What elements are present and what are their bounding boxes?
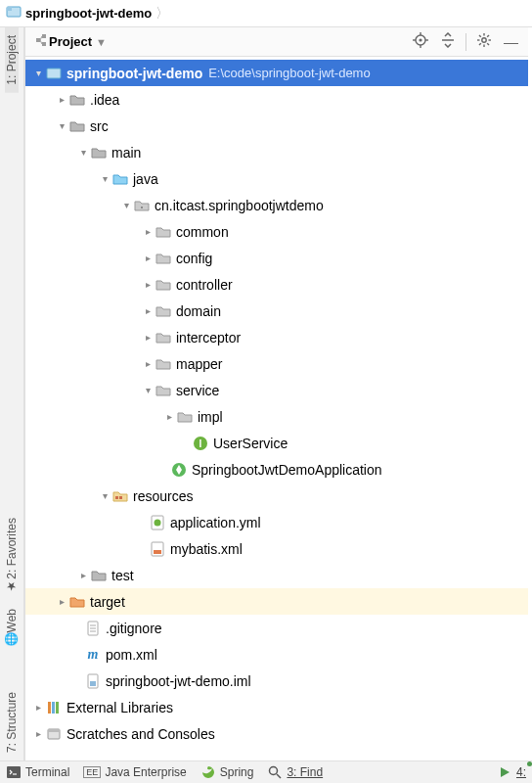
project-view-selector[interactable]: Project ▼	[33, 32, 107, 51]
tree-node-src[interactable]: ▾ src	[25, 113, 528, 139]
tree-node-config[interactable]: ▸ config	[25, 245, 528, 271]
tree-node-resources[interactable]: ▾ resources	[25, 483, 528, 509]
svg-rect-42	[52, 702, 55, 714]
expand-arrow-icon[interactable]: ▾	[31, 68, 45, 78]
tree-node-test[interactable]: ▸ test	[25, 562, 528, 588]
svg-line-20	[487, 43, 489, 45]
expand-arrow-icon[interactable]: ▾	[98, 490, 111, 501]
expand-arrow-icon[interactable]: ▸	[141, 253, 155, 263]
bottom-tool-bar: Terminal EE Java Enterprise Spring 3: Fi…	[0, 760, 532, 783]
bottom-run[interactable]: 4:	[497, 764, 526, 780]
package-icon	[155, 302, 172, 320]
tree-node-external-libs[interactable]: ▸ External Libraries	[25, 694, 528, 720]
expand-arrow-icon[interactable]: ▸	[31, 702, 45, 713]
expand-arrow-icon[interactable]: ▸	[162, 411, 176, 422]
locate-icon[interactable]	[411, 30, 430, 53]
node-label: controller	[176, 277, 233, 293]
expand-arrow-icon[interactable]: ▾	[141, 385, 155, 395]
tree-node-scratches[interactable]: ▸ Scratches and Consoles	[25, 720, 528, 747]
tree-node-mybatis-xml[interactable]: mybatis.xml	[25, 535, 528, 562]
tree-node-target[interactable]: ▸ target	[25, 588, 528, 615]
breadcrumb-project[interactable]: springboot-jwt-demo	[25, 6, 152, 21]
project-panel-header: Project ▼ —	[25, 27, 528, 57]
package-icon	[133, 197, 151, 214]
minimize-icon[interactable]: —	[502, 31, 520, 52]
source-folder-icon	[111, 170, 129, 188]
node-label: src	[90, 118, 109, 134]
node-label: springboot-jwt-demo.iml	[106, 673, 251, 689]
node-label: cn.itcast.springbootjwtdemo	[155, 198, 324, 213]
search-icon	[267, 764, 283, 780]
bottom-find[interactable]: 3: Find	[267, 764, 323, 780]
tree-root[interactable]: ▾ springboot-jwt-demo E:\code\springboot…	[25, 60, 528, 86]
bottom-java-enterprise[interactable]: EE Java Enterprise	[83, 765, 186, 779]
strip-structure[interactable]: 7: Structure	[5, 684, 19, 760]
package-icon	[155, 276, 172, 294]
spring-config-icon	[149, 514, 166, 531]
svg-rect-30	[119, 496, 122, 499]
node-label: main	[111, 145, 141, 161]
strip-web[interactable]: 🌐 Web	[5, 601, 19, 655]
node-label: pom.xml	[106, 647, 157, 663]
node-path: E:\code\springboot-jwt-demo	[208, 66, 370, 80]
tree-node-mapper[interactable]: ▸ mapper	[25, 350, 528, 377]
svg-rect-40	[90, 681, 96, 686]
resources-folder-icon	[111, 487, 129, 505]
node-label: config	[176, 251, 212, 266]
tree-node-interceptor[interactable]: ▸ interceptor	[25, 324, 528, 350]
tree-node-main[interactable]: ▾ main	[25, 139, 528, 165]
tree-node-package[interactable]: ▾ cn.itcast.springbootjwtdemo	[25, 192, 528, 218]
node-label: interceptor	[176, 330, 241, 345]
package-icon	[155, 223, 172, 241]
tree-node-gitignore[interactable]: .gitignore	[25, 615, 528, 641]
node-label: target	[90, 594, 125, 610]
tree-node-userservice[interactable]: I UserService	[25, 430, 528, 456]
collapse-all-icon[interactable]	[438, 30, 458, 53]
left-tool-strip: 1: Project ★ 2: Favorites 🌐 Web 7: Struc…	[0, 27, 24, 760]
svg-rect-43	[56, 702, 59, 714]
svg-line-49	[277, 774, 281, 778]
project-tree[interactable]: ▾ springboot-jwt-demo E:\code\springboot…	[25, 57, 528, 760]
spring-boot-app-icon	[170, 461, 188, 479]
expand-arrow-icon[interactable]: ▸	[141, 279, 155, 290]
svg-line-22	[487, 35, 489, 37]
expand-arrow-icon[interactable]: ▾	[119, 200, 133, 210]
tree-node-idea[interactable]: ▸ .idea	[25, 86, 528, 113]
svg-rect-23	[47, 69, 61, 78]
tree-node-controller[interactable]: ▸ controller	[25, 271, 528, 298]
tree-node-application-yml[interactable]: application.yml	[25, 509, 528, 535]
bottom-terminal[interactable]: Terminal	[6, 764, 69, 780]
expand-arrow-icon[interactable]: ▸	[141, 332, 155, 343]
bottom-spring[interactable]: Spring	[200, 764, 254, 780]
expand-arrow-icon[interactable]: ▾	[98, 173, 111, 184]
tree-node-app-class[interactable]: SpringbootJwtDemoApplication	[25, 456, 528, 483]
tree-node-impl[interactable]: ▸ impl	[25, 403, 528, 430]
node-label: service	[176, 383, 219, 398]
tree-node-common[interactable]: ▸ common	[25, 218, 528, 245]
gear-icon[interactable]	[474, 30, 494, 53]
tree-node-service[interactable]: ▾ service	[25, 377, 528, 403]
svg-line-19	[479, 35, 481, 37]
tree-node-domain[interactable]: ▸ domain	[25, 298, 528, 324]
breadcrumb: springboot-jwt-demo 〉	[0, 0, 532, 27]
node-label: springboot-jwt-demo	[66, 66, 202, 81]
tree-node-iml[interactable]: springboot-jwt-demo.iml	[25, 668, 528, 694]
package-icon	[155, 329, 172, 346]
excluded-folder-icon	[68, 593, 86, 611]
expand-arrow-icon[interactable]: ▾	[76, 147, 90, 158]
expand-arrow-icon[interactable]: ▸	[141, 226, 155, 237]
expand-arrow-icon[interactable]: ▸	[31, 728, 45, 739]
tree-node-pom[interactable]: m pom.xml	[25, 641, 528, 668]
strip-favorites[interactable]: ★ 2: Favorites	[5, 510, 19, 601]
expand-arrow-icon[interactable]: ▸	[55, 94, 68, 105]
expand-arrow-icon[interactable]: ▸	[76, 570, 90, 580]
module-icon	[45, 65, 63, 82]
svg-rect-29	[115, 496, 118, 499]
expand-arrow-icon[interactable]: ▸	[141, 358, 155, 369]
expand-arrow-icon[interactable]: ▸	[141, 305, 155, 316]
strip-project[interactable]: 1: Project	[5, 27, 19, 93]
expand-arrow-icon[interactable]: ▾	[55, 120, 68, 131]
tree-node-java[interactable]: ▾ java	[25, 165, 528, 192]
expand-arrow-icon[interactable]: ▸	[55, 596, 68, 607]
node-label: UserService	[213, 436, 288, 451]
